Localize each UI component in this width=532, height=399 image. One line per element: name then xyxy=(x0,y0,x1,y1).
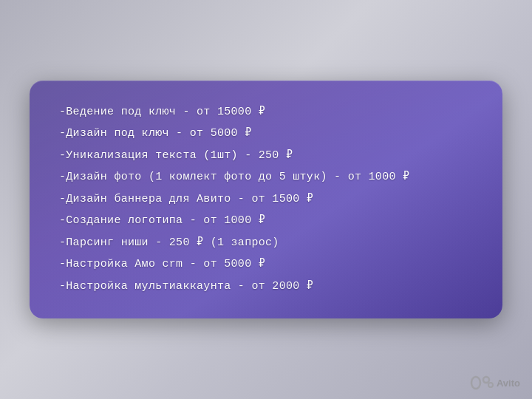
page-background: -Ведение под ключ - от 15000 ₽-Дизайн по… xyxy=(0,0,532,399)
list-item: -Дизайн баннера для Авито - от 1500 ₽ xyxy=(59,191,473,208)
list-item: -Ведение под ключ - от 15000 ₽ xyxy=(59,104,473,121)
list-item: -Настройка мультиаккаунта - от 2000 ₽ xyxy=(59,279,473,296)
svg-point-2 xyxy=(488,383,493,387)
price-list: -Ведение под ключ - от 15000 ₽-Дизайн по… xyxy=(59,104,473,296)
list-item: -Дизайн под ключ - от 5000 ₽ xyxy=(59,126,473,143)
list-item: -Настройка Амо crm - от 5000 ₽ xyxy=(59,256,473,273)
svg-point-0 xyxy=(471,377,480,389)
avito-logo-icon xyxy=(470,375,494,390)
list-item: -Дизайн фото (1 комлект фото до 5 штук) … xyxy=(59,169,473,186)
svg-point-1 xyxy=(483,377,489,383)
avito-watermark: Avito xyxy=(470,375,520,390)
avito-label: Avito xyxy=(497,378,520,389)
list-item: -Парсинг ниши - 250 ₽ (1 запрос) xyxy=(59,235,473,252)
list-item: -Создание логотипа - от 1000 ₽ xyxy=(59,213,473,230)
price-card: -Ведение под ключ - от 15000 ₽-Дизайн по… xyxy=(30,81,502,319)
list-item: -Уникализация текста (1шт) - 250 ₽ xyxy=(59,148,473,165)
